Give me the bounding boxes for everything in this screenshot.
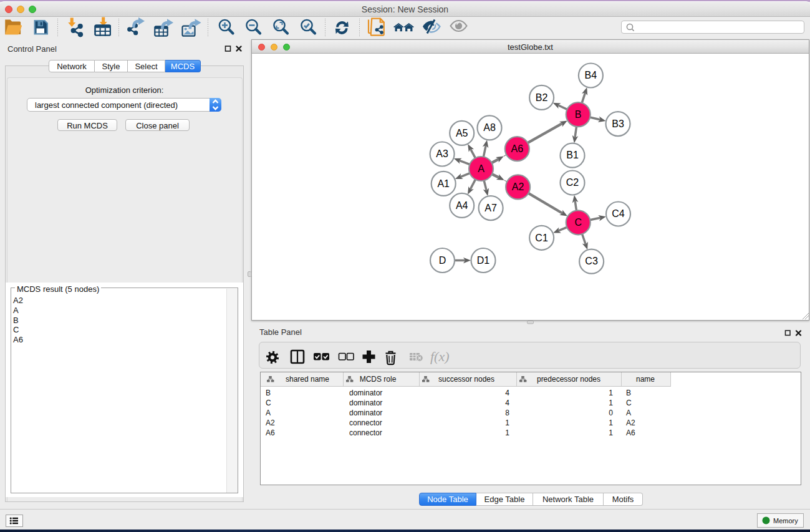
svg-text:A6: A6 bbox=[626, 428, 635, 437]
svg-text:1: 1 bbox=[609, 428, 613, 437]
svg-text:B: B bbox=[266, 389, 271, 397]
svg-text:shared name: shared name bbox=[286, 375, 329, 384]
svg-text:A8: A8 bbox=[483, 122, 496, 133]
svg-text:1: 1 bbox=[505, 418, 509, 427]
svg-text:C2: C2 bbox=[566, 177, 579, 188]
svg-text:B: B bbox=[575, 109, 582, 120]
svg-text:4: 4 bbox=[505, 389, 509, 397]
svg-text:B1: B1 bbox=[566, 150, 579, 160]
svg-text:4: 4 bbox=[505, 399, 509, 407]
svg-text:dominator: dominator bbox=[349, 409, 382, 417]
svg-text:MCDS role: MCDS role bbox=[360, 375, 397, 384]
svg-text:name: name bbox=[636, 375, 655, 384]
svg-text:C: C bbox=[626, 399, 632, 407]
svg-text:1: 1 bbox=[505, 428, 509, 437]
svg-text:B: B bbox=[626, 389, 631, 397]
svg-text:A4: A4 bbox=[456, 200, 468, 211]
svg-text:C4: C4 bbox=[612, 208, 625, 219]
svg-text:dominator: dominator bbox=[349, 399, 382, 407]
svg-text:C3: C3 bbox=[585, 256, 598, 266]
svg-text:connector: connector bbox=[349, 428, 382, 437]
svg-text:A6: A6 bbox=[511, 143, 524, 154]
svg-text:A: A bbox=[626, 409, 631, 417]
svg-text:A: A bbox=[266, 409, 271, 417]
svg-text:B2: B2 bbox=[536, 92, 548, 103]
svg-text:C: C bbox=[574, 217, 582, 228]
svg-text:A: A bbox=[478, 163, 485, 174]
svg-text:A6: A6 bbox=[266, 428, 275, 437]
svg-text:D1: D1 bbox=[477, 255, 490, 266]
svg-text:dominator: dominator bbox=[349, 389, 382, 397]
svg-text:B4: B4 bbox=[585, 70, 597, 80]
svg-text:f(x): f(x) bbox=[430, 349, 450, 364]
svg-text:8: 8 bbox=[505, 409, 509, 417]
svg-text:successor nodes: successor nodes bbox=[438, 375, 494, 384]
svg-text:A5: A5 bbox=[456, 128, 468, 138]
svg-text:A2: A2 bbox=[266, 418, 275, 427]
svg-text:connector: connector bbox=[349, 418, 382, 427]
svg-text:1: 1 bbox=[609, 418, 613, 427]
svg-text:1: 1 bbox=[609, 399, 613, 407]
svg-text:C: C bbox=[266, 399, 271, 407]
svg-text:A2: A2 bbox=[626, 418, 635, 427]
svg-text:A1: A1 bbox=[437, 178, 450, 189]
svg-text:B3: B3 bbox=[612, 118, 624, 129]
svg-text:predecessor nodes: predecessor nodes bbox=[537, 375, 600, 384]
svg-text:1: 1 bbox=[609, 389, 613, 397]
svg-text:D: D bbox=[439, 255, 446, 266]
svg-text:A7: A7 bbox=[485, 203, 497, 213]
svg-text:0: 0 bbox=[609, 409, 613, 417]
svg-text:A3: A3 bbox=[436, 148, 448, 159]
svg-text:A2: A2 bbox=[512, 181, 524, 192]
svg-text:C1: C1 bbox=[535, 233, 548, 243]
